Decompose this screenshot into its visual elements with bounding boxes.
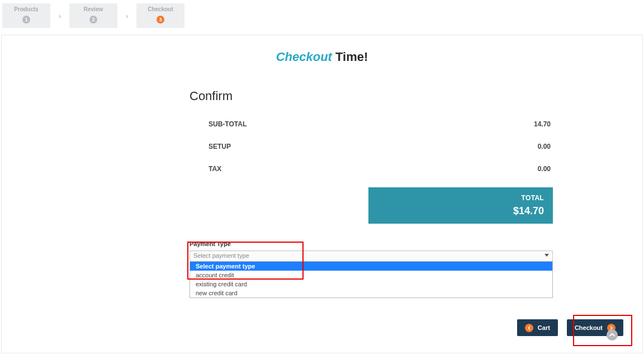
step-label: Products (14, 7, 38, 12)
breadcrumb-steps: Products 1 › Review 2 › Checkout 3 (0, 0, 644, 34)
step-products[interactable]: Products 1 (2, 3, 50, 28)
title-rest: Time! (332, 50, 368, 64)
row-tax: TAX 0.00 (190, 165, 553, 173)
option-existing-card[interactable]: existing credit card (190, 280, 552, 289)
total-box: TOTAL $14.70 (368, 187, 553, 224)
scroll-top-button[interactable] (607, 329, 618, 341)
total-value: $14.70 (377, 205, 544, 217)
total-label: TOTAL (377, 194, 544, 202)
row-subtotal: SUB-TOTAL 14.70 (190, 120, 553, 128)
title-accent: Checkout (276, 50, 332, 64)
row-setup: SETUP 0.00 (190, 143, 553, 150)
chevron-left-icon (525, 324, 533, 332)
option-new-card[interactable]: new credit card (190, 289, 552, 297)
chevron-right-icon: › (55, 12, 65, 20)
option-placeholder[interactable]: Select payment type (190, 262, 552, 271)
step-number: 3 (157, 16, 164, 23)
option-account-credit[interactable]: account credit (190, 271, 552, 280)
page-title: Checkout Time! (2, 35, 642, 70)
setup-value: 0.00 (538, 143, 551, 150)
setup-label: SETUP (209, 143, 231, 150)
cart-button[interactable]: Cart (517, 319, 558, 336)
tax-label: TAX (209, 165, 221, 173)
payment-type-dropdown[interactable]: Select payment type account credit exist… (190, 261, 553, 298)
step-number: 2 (89, 16, 97, 23)
caret-down-icon (544, 254, 549, 257)
cart-button-label: Cart (538, 324, 550, 331)
main-card: Checkout Time! Confirm SUB-TOTAL 14.70 S… (1, 35, 643, 353)
section-title: Confirm (190, 89, 553, 103)
subtotal-label: SUB-TOTAL (209, 120, 247, 128)
payment-type-select[interactable]: Select payment type (190, 251, 553, 262)
subtotal-value: 14.70 (534, 120, 551, 128)
step-label: Review (84, 7, 103, 12)
tax-value: 0.00 (538, 165, 551, 173)
step-number: 1 (22, 16, 30, 23)
payment-section: Payment Type Select payment type Select … (190, 240, 553, 262)
payment-type-label: Payment Type (190, 240, 553, 247)
chevron-right-icon: › (122, 12, 132, 20)
chevron-up-icon (609, 332, 615, 338)
select-current: Select payment type (193, 252, 249, 259)
step-checkout[interactable]: Checkout 3 (136, 3, 184, 28)
step-label: Checkout (148, 7, 173, 12)
summary-rows: SUB-TOTAL 14.70 SETUP 0.00 TAX 0.00 (190, 120, 553, 173)
checkout-content: Confirm SUB-TOTAL 14.70 SETUP 0.00 TAX 0… (190, 89, 553, 262)
step-review[interactable]: Review 2 (69, 3, 117, 28)
checkout-button-label: Checkout (575, 324, 603, 331)
